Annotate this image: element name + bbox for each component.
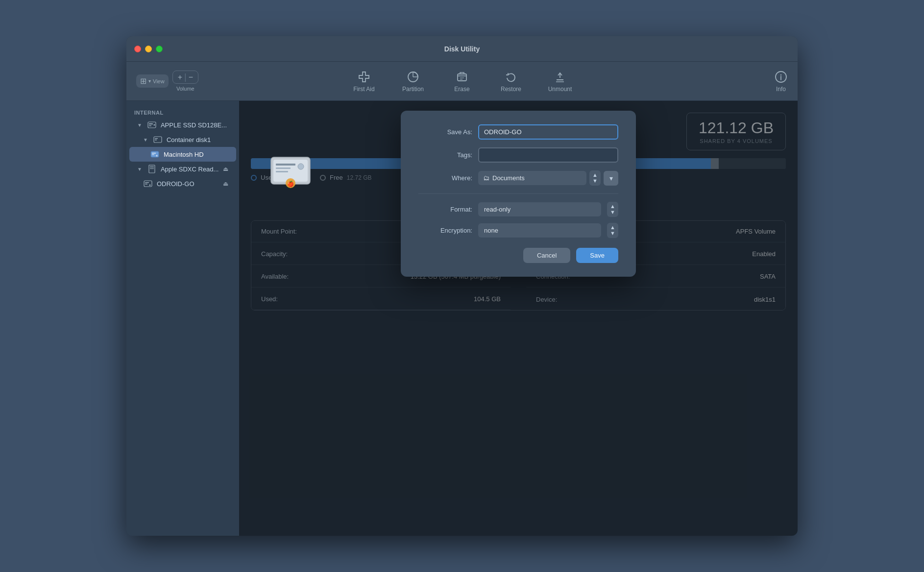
partition-icon [406,70,420,84]
sidebar-item-container[interactable]: ▼ Container disk1 [129,132,236,147]
svg-rect-15 [152,153,156,154]
partition-button[interactable]: Partition [398,70,428,93]
up-arrow: ▲ [610,225,615,230]
svg-rect-13 [155,140,157,141]
toolbar-center: First Aid Partition [349,70,575,93]
where-disclosure-button[interactable]: ▾ [604,171,618,186]
format-stepper[interactable]: ▲ ▼ [607,202,618,217]
erase-button[interactable]: Erase [447,70,477,93]
toolbar: ⊞ ▾ View + | − Volume First Aid [126,62,798,101]
save-as-row: Save As: [418,124,618,140]
encryption-select[interactable]: none [478,223,601,238]
sidebar: Internal ▼ APPLE SSD SD128E... ▼ [126,101,239,536]
info-button[interactable]: Info [774,70,788,93]
encryption-stepper[interactable]: ▲ ▼ [607,223,618,238]
svg-rect-16 [152,154,154,155]
first-aid-icon [357,70,371,84]
svg-point-25 [149,185,151,186]
unmount-icon [553,70,567,84]
restore-button[interactable]: Restore [496,70,526,93]
where-stepper[interactable]: ▲ ▼ [589,170,601,186]
tags-input[interactable] [478,147,618,163]
folder-icon: 🗂 [483,174,489,182]
svg-rect-23 [145,182,149,183]
macintosh-hd-icon [150,149,160,159]
tags-row: Tags: [418,147,618,163]
view-icon: ⊞ [140,76,146,86]
svg-rect-21 [150,168,154,169]
sidebar-label-apple-sdxc: Apple SDXC Read... [161,166,219,173]
minimize-button[interactable] [145,46,152,52]
eject-icon-odroid[interactable]: ⏏ [223,180,228,187]
save-as-label: Save As: [418,128,472,136]
down-arrow: ▼ [592,178,598,184]
svg-rect-11 [154,137,162,143]
sidebar-label-odroid-go: ODROID-GO [157,180,219,188]
view-button[interactable]: ⊞ ▾ View [136,74,169,88]
odroid-go-icon [143,179,153,189]
unmount-button[interactable]: Unmount [545,70,575,93]
svg-rect-9 [149,125,151,126]
sidebar-item-apple-sdxc[interactable]: ▼ Apple SDXC Read... ⏏ [129,162,236,176]
restore-icon [504,70,518,84]
sdxc-icon [147,164,157,174]
remove-icon: − [189,73,193,82]
sidebar-item-apple-ssd[interactable]: ▼ APPLE SSD SD128E... [129,118,236,132]
view-chevron: ▾ [148,78,151,84]
erase-icon [455,70,469,84]
modal-overlay: 🍎 Save As: Tags: Wh [239,101,798,536]
sidebar-label-macintosh-hd: Macintosh HD [164,151,204,158]
sidebar-label-apple-ssd: APPLE SSD SD128E... [161,121,227,129]
close-button[interactable] [134,46,141,52]
svg-point-5 [780,74,781,75]
disk-image-area: 🍎 [268,150,313,194]
svg-rect-29 [276,167,291,169]
main-content: Internal ▼ APPLE SSD SD128E... ▼ [126,101,798,536]
sidebar-item-macintosh-hd[interactable]: Macintosh HD [129,147,236,162]
modal-buttons: Cancel Save [418,248,618,263]
where-container: 🗂 Documents ▲ ▼ ▾ [478,170,618,186]
expander-icon: ▼ [137,167,142,172]
where-value: Documents [492,174,525,182]
view-label: View [153,78,165,84]
content-area: 121.12 GB SHARED BY 4 VOLUMES Used 104.5… [239,101,798,536]
disk-image-icon: 🍎 [268,150,313,194]
cancel-button[interactable]: Cancel [523,248,570,263]
chevron-down-icon: ▾ [609,174,613,182]
up-arrow: ▲ [610,204,615,209]
volume-button[interactable]: + | − [172,71,198,84]
format-label: Format: [418,206,472,213]
erase-label: Erase [454,86,469,93]
restore-label: Restore [501,86,521,93]
first-aid-label: First Aid [353,86,374,93]
sidebar-item-odroid-go[interactable]: ODROID-GO ⏏ [129,176,236,191]
svg-point-17 [156,155,158,157]
format-select-wrapper: read-only ▲ ▼ [478,202,618,217]
save-button[interactable]: Save [576,248,618,263]
expander-icon: ▼ [137,122,142,128]
partition-label: Partition [402,86,424,93]
encryption-select-wrapper: none ▲ ▼ [478,223,618,238]
save-as-input[interactable] [478,124,618,140]
format-row: Format: read-only ▲ ▼ [418,202,618,217]
encryption-row: Encryption: none ▲ ▼ [418,223,618,238]
first-aid-button[interactable]: First Aid [349,70,379,93]
encryption-label: Encryption: [418,227,472,234]
svg-rect-31 [298,164,304,169]
add-icon: + [178,73,182,82]
ssd-icon [147,120,157,130]
maximize-button[interactable] [156,46,163,52]
svg-rect-24 [145,184,147,185]
where-select[interactable]: 🗂 Documents [478,171,586,185]
toolbar-left: ⊞ ▾ View + | − Volume [136,71,198,92]
svg-rect-19 [150,166,154,167]
encryption-value: none [484,227,498,234]
format-select[interactable]: read-only [478,202,601,216]
traffic-lights [134,46,163,52]
down-arrow: ▼ [610,231,615,236]
modal-divider [418,193,618,194]
window: Disk Utility ⊞ ▾ View + | − Volume [126,36,798,536]
title-bar: Disk Utility [126,36,798,62]
tags-label: Tags: [418,151,472,159]
eject-icon-sdxc[interactable]: ⏏ [223,166,228,172]
